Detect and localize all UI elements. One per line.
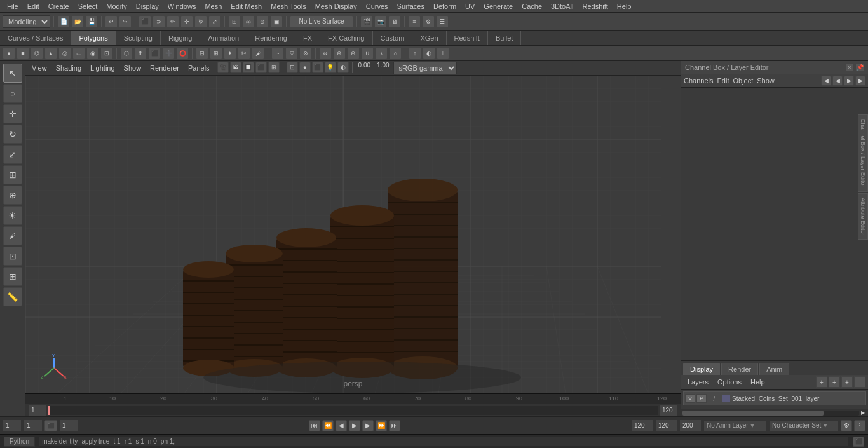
universal-manip-btn[interactable]: ⊞ xyxy=(3,165,22,184)
menu-cache[interactable]: Cache xyxy=(517,1,546,11)
play-btn[interactable]: ▶ xyxy=(349,420,360,431)
timeline-scrubbar[interactable] xyxy=(48,406,658,415)
object-menu[interactable]: Object xyxy=(733,77,753,85)
viewport-menu-renderer[interactable]: Renderer xyxy=(146,63,183,73)
scrollbar-thumb[interactable] xyxy=(682,411,824,416)
tab-rendering[interactable]: Rendering xyxy=(247,31,295,45)
snap-to-curve-icon[interactable]: ◎ xyxy=(242,15,255,28)
subdiv-icon[interactable]: ⬡ xyxy=(120,47,133,60)
texture-icon[interactable]: ⬛ xyxy=(312,62,323,73)
layers-menu[interactable]: Layers xyxy=(684,377,712,387)
bool-intersect-icon[interactable]: ∩ xyxy=(389,47,402,60)
scale-icon[interactable]: ⤢ xyxy=(208,15,221,28)
layer-edit-icon[interactable]: / xyxy=(709,394,719,403)
layer-playback-btn[interactable]: P xyxy=(696,394,707,403)
layer-row-1[interactable]: V P / Stacked_Coins_Set_001_layer xyxy=(683,391,866,405)
next-key-btn[interactable]: ⏩ xyxy=(376,420,387,431)
display-render-icon[interactable]: 🖥 xyxy=(388,15,401,28)
anim-end-input[interactable]: 120 xyxy=(655,419,677,432)
snap-to-view-icon[interactable]: ▣ xyxy=(270,15,283,28)
tab-animation[interactable]: Animation xyxy=(200,31,247,45)
viewport-menu-panels[interactable]: Panels xyxy=(184,63,214,73)
frame-step[interactable]: 1 xyxy=(24,419,43,432)
mesh-display-normals-icon[interactable]: ↑ xyxy=(409,47,421,60)
tab-sculpting[interactable]: Sculpting xyxy=(116,31,161,45)
menu-mesh[interactable]: Mesh xyxy=(200,1,226,11)
gamma-select[interactable]: sRGB gamma xyxy=(393,62,457,74)
tab-bullet[interactable]: Bullet xyxy=(488,31,522,45)
cone-icon[interactable]: ▲ xyxy=(44,47,57,60)
redo-icon[interactable]: ↪ xyxy=(119,15,132,28)
char-set-selector[interactable]: No Character Set ▼ xyxy=(769,420,839,431)
prefs-icon[interactable]: ⚙ xyxy=(841,420,852,431)
torus-icon[interactable]: ◎ xyxy=(58,47,71,60)
scroll-right-btn[interactable]: ▶ xyxy=(859,409,867,417)
tab-rigging[interactable]: Rigging xyxy=(161,31,200,45)
anim-layer-selector[interactable]: No Anim Layer ▼ xyxy=(703,420,767,431)
render-icon[interactable]: 🎬 xyxy=(360,15,373,28)
snap-align-btn[interactable]: ⊡ xyxy=(3,247,22,266)
outliner-icon[interactable]: ☰ xyxy=(436,15,449,28)
layer-add-btn3[interactable]: + xyxy=(841,376,853,388)
layer-delete-btn[interactable]: - xyxy=(854,376,865,388)
scale-tool-btn[interactable]: ⤢ xyxy=(3,145,22,164)
live-surface-btn[interactable]: No Live Surface xyxy=(290,15,353,28)
paint-skin-btn[interactable]: 🖌 xyxy=(3,226,22,245)
rewind-btn[interactable]: ⏮ xyxy=(309,420,320,431)
tab-fx[interactable]: FX xyxy=(295,31,320,45)
scrollbar-track[interactable] xyxy=(682,411,859,416)
menu-select[interactable]: Select xyxy=(74,1,102,11)
forward-end-btn[interactable]: ⏭ xyxy=(389,420,400,431)
tab-fx-caching[interactable]: FX Caching xyxy=(320,31,372,45)
menu-help[interactable]: Help xyxy=(613,1,636,11)
show-menu[interactable]: Show xyxy=(757,77,775,85)
viewport-menu-lighting[interactable]: Lighting xyxy=(86,63,119,73)
viewport-menu-shading[interactable]: Shading xyxy=(52,63,85,73)
mirror-icon[interactable]: ⇔ xyxy=(319,47,332,60)
reduce-icon[interactable]: ▽ xyxy=(285,47,298,60)
render-tab[interactable]: Render xyxy=(721,363,758,375)
menu-edit-mesh[interactable]: Edit Mesh xyxy=(226,1,266,11)
layer-add-btn2[interactable]: + xyxy=(829,376,840,388)
vp-icon5[interactable]: ⊞ xyxy=(268,62,280,73)
show-manip-btn[interactable]: ☀ xyxy=(3,206,22,225)
ch-icon1[interactable]: ◀ xyxy=(821,76,831,86)
smooth-icon[interactable]: ~ xyxy=(271,47,284,60)
combine-icon[interactable]: ⊕ xyxy=(333,47,346,60)
snap-to-btn[interactable]: ⊞ xyxy=(3,267,22,286)
edit-menu[interactable]: Edit xyxy=(717,77,729,85)
menu-generate[interactable]: Generate xyxy=(479,1,517,11)
save-scene-icon[interactable]: 💾 xyxy=(85,15,98,28)
panel-close-icon[interactable]: × xyxy=(845,63,854,72)
tab-redshift[interactable]: Redshift xyxy=(447,31,488,45)
plane-icon[interactable]: ▭ xyxy=(72,47,85,60)
paint-select-icon[interactable]: ✏ xyxy=(166,15,179,28)
separate-icon[interactable]: ⊖ xyxy=(347,47,360,60)
menu-edit[interactable]: Edit xyxy=(23,1,44,11)
tab-xgen[interactable]: XGen xyxy=(412,31,446,45)
menu-mesh-display[interactable]: Mesh Display xyxy=(311,1,362,11)
smooth-shade-icon[interactable]: ● xyxy=(299,62,311,73)
open-scene-icon[interactable]: 📂 xyxy=(71,15,84,28)
snap-to-grid-icon[interactable]: ⊞ xyxy=(228,15,241,28)
python-mode-btn[interactable]: Python xyxy=(4,437,35,447)
frame-current[interactable]: 1 xyxy=(3,419,22,432)
menu-surfaces[interactable]: Surfaces xyxy=(393,1,429,11)
tab-custom[interactable]: Custom xyxy=(373,31,413,45)
vp-icon3[interactable]: 🔲 xyxy=(243,62,254,73)
layer-color-swatch[interactable] xyxy=(722,395,730,402)
light-icon[interactable]: 💡 xyxy=(325,62,336,73)
undo-icon[interactable]: ↩ xyxy=(105,15,118,28)
script-editor-icon[interactable]: ⬛ xyxy=(853,437,864,447)
bridge-icon[interactable]: ⬛ xyxy=(148,47,161,60)
cylinder-icon[interactable]: ⌬ xyxy=(31,47,43,60)
timeline-end-frame[interactable]: 120 xyxy=(659,404,678,417)
soft-mod-btn[interactable]: ⊕ xyxy=(3,186,22,205)
menu-curves[interactable]: Curves xyxy=(362,1,393,11)
frame-end-input[interactable]: 120 xyxy=(631,419,653,432)
extrude-icon[interactable]: ⬆ xyxy=(134,47,147,60)
total-frames-input[interactable]: 200 xyxy=(679,419,702,432)
channels-menu[interactable]: Channels xyxy=(684,77,713,85)
tab-polygons[interactable]: Polygons xyxy=(71,31,116,45)
lasso-tool-btn[interactable]: ⊃ xyxy=(3,84,22,103)
